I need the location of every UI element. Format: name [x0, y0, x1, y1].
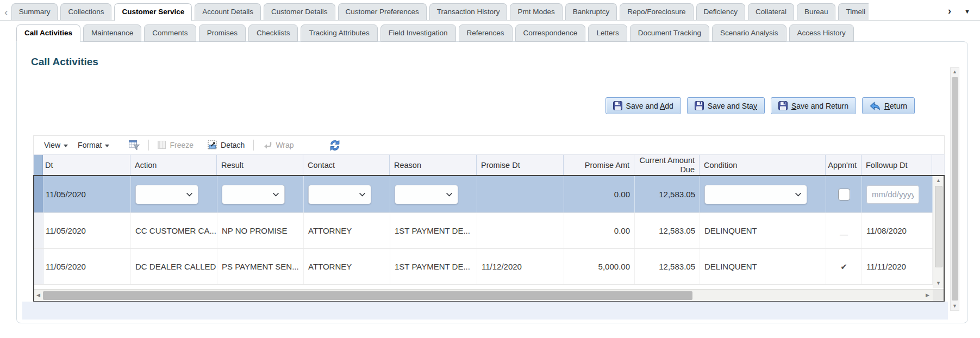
scrollbar-thumb[interactable] — [43, 291, 692, 300]
freeze-label: Freeze — [170, 141, 193, 149]
scrollbar-thumb[interactable] — [952, 77, 958, 301]
tab-customer-details[interactable]: Customer Details — [264, 3, 335, 20]
tabs-menu-icon[interactable]: ▼ — [964, 8, 970, 15]
column-header-appnmt[interactable]: Appn'mt — [826, 155, 862, 175]
freeze-button[interactable]: Freeze — [153, 141, 198, 149]
return-button[interactable]: Return — [862, 97, 915, 114]
tab-account-details[interactable]: Account Details — [195, 3, 261, 20]
cell-contact: ATTORNEY — [304, 249, 390, 284]
column-header-promise-dt[interactable]: Promise Dt — [477, 155, 564, 175]
cell-reason: 1ST PAYMENT DE... — [390, 249, 477, 284]
tab-deficiency[interactable]: Deficiency — [696, 3, 745, 20]
cell-promise-dt — [477, 213, 564, 248]
subtab-comments[interactable]: Comments — [144, 24, 196, 42]
contact-select[interactable] — [308, 185, 371, 204]
subtab-scenario-analysis[interactable]: Scenario Analysis — [712, 24, 787, 42]
column-header-reason[interactable]: Reason — [390, 155, 477, 175]
chevron-down-icon — [105, 145, 109, 147]
column-header-result[interactable]: Result — [217, 155, 303, 175]
scroll-left-icon[interactable]: ◀ — [36, 293, 40, 298]
appnmt-checkbox[interactable] — [838, 189, 850, 201]
tab-customer-service[interactable]: Customer Service — [114, 3, 192, 21]
return-arrow-icon — [870, 102, 881, 110]
format-menu[interactable]: Format — [73, 141, 114, 149]
subtab-access-history[interactable]: Access History — [789, 24, 854, 42]
top-tab-bar: ‹ Summary Collections Customer Service A… — [0, 0, 980, 21]
detach-button[interactable]: Detach — [203, 140, 249, 150]
tab-bankruptcy[interactable]: Bankruptcy — [565, 3, 617, 20]
scrollbar-corner — [933, 289, 944, 301]
tab-collections[interactable]: Collections — [60, 3, 111, 20]
save-icon — [778, 101, 788, 110]
cell-appnmt: ✔ — [826, 249, 862, 284]
condition-select[interactable] — [704, 185, 807, 204]
subtab-checklists[interactable]: Checklists — [248, 24, 298, 42]
table-horizontal-scrollbar[interactable]: ◀ ▶ — [34, 289, 933, 301]
followup-date-input[interactable] — [866, 185, 919, 204]
save-icon — [613, 101, 622, 110]
column-header-current-amount-due[interactable]: Current Amount Due — [634, 155, 700, 175]
cell-condition: DELINQUENT — [700, 213, 826, 248]
column-header-promise-amt[interactable]: Promise Amt — [564, 155, 634, 175]
save-and-stay-button[interactable]: Save and Stay — [687, 97, 765, 114]
table-row-edit[interactable]: 11/05/2020 0.00 12,583.05 — [34, 176, 944, 213]
grid-body: 11/05/2020 0.00 12,583.05 — [33, 175, 945, 302]
subtab-promises[interactable]: Promises — [199, 24, 246, 42]
chevron-down-icon — [359, 192, 366, 197]
tab-timeline-truncated[interactable]: Timeli — [838, 3, 869, 20]
scroll-up-icon[interactable]: ▲ — [951, 70, 959, 74]
query-by-example-button[interactable] — [124, 140, 145, 151]
column-header-followup-dt[interactable]: Followup Dt — [862, 155, 932, 175]
sub-tab-bar: Call Activities Maintenance Comments Pro… — [16, 24, 980, 42]
column-header-action[interactable]: Action — [130, 155, 217, 175]
cell-contact: ATTORNEY — [304, 213, 390, 248]
subtab-call-activities[interactable]: Call Activities — [16, 24, 80, 42]
reason-select[interactable] — [395, 185, 458, 204]
subtab-references[interactable]: References — [459, 24, 513, 42]
wrap-button[interactable]: Wrap — [258, 141, 298, 149]
grid-header-row: Dt Action Result Contact Reason Promise … — [33, 154, 945, 175]
subtab-maintenance[interactable]: Maintenance — [83, 24, 141, 42]
save-and-return-button[interactable]: Save and Return — [771, 97, 856, 114]
tab-customer-preferences[interactable]: Customer Preferences — [338, 3, 427, 20]
refresh-button[interactable] — [324, 140, 346, 151]
table-row[interactable]: 11/05/2020 DC DEALER CALLED PS PAYMENT S… — [34, 249, 944, 285]
column-header-condition[interactable]: Condition — [700, 155, 826, 175]
cell-dt: 11/05/2020 — [41, 249, 131, 284]
scroll-right-icon[interactable]: ▶ — [926, 293, 929, 298]
tabs-scroll-left-icon[interactable]: ‹ — [3, 5, 11, 20]
cell-result — [217, 176, 304, 212]
scroll-up-icon[interactable]: ▲ — [933, 178, 944, 183]
tab-transaction-history[interactable]: Transaction History — [429, 3, 508, 20]
subtab-tracking-attributes[interactable]: Tracking Attributes — [301, 24, 377, 42]
cell-appnmt: — — [826, 213, 862, 248]
column-header-contact[interactable]: Contact — [303, 155, 390, 175]
table-vertical-scrollbar[interactable]: ▲ ▼ — [933, 176, 944, 288]
subtab-field-investigation[interactable]: Field Investigation — [380, 24, 456, 42]
save-and-stay-label: Save and Stay — [708, 102, 757, 110]
column-header-dt[interactable]: Dt — [41, 155, 130, 175]
tabs-scroll-right-icon[interactable]: › — [948, 5, 951, 17]
cell-action — [131, 176, 217, 212]
page-vertical-scrollbar[interactable]: ▲ ▼ — [950, 67, 959, 311]
chevron-down-icon — [446, 192, 453, 197]
tab-repo-foreclosure[interactable]: Repo/Foreclosure — [620, 3, 693, 20]
save-and-add-button[interactable]: Save and Add — [606, 97, 681, 114]
freeze-icon — [158, 141, 166, 149]
scroll-down-icon[interactable]: ▼ — [933, 281, 944, 286]
view-menu[interactable]: View — [39, 141, 73, 149]
tab-collateral[interactable]: Collateral — [748, 3, 794, 20]
scrollbar-thumb[interactable] — [935, 186, 942, 267]
subtab-correspondence[interactable]: Correspondence — [515, 24, 586, 42]
tab-summary[interactable]: Summary — [11, 3, 58, 20]
subtab-document-tracking[interactable]: Document Tracking — [630, 24, 709, 42]
tab-pmt-modes[interactable]: Pmt Modes — [510, 3, 562, 20]
tab-bureau[interactable]: Bureau — [797, 3, 836, 20]
toolbar-separator — [253, 140, 254, 151]
cell-promise-dt: 11/12/2020 — [477, 249, 564, 284]
scroll-down-icon[interactable]: ▼ — [951, 304, 959, 309]
result-select[interactable] — [222, 185, 285, 204]
subtab-letters[interactable]: Letters — [588, 24, 627, 42]
action-select[interactable] — [135, 185, 198, 204]
table-row[interactable]: 11/05/2020 CC CUSTOMER CA... NP NO PROMI… — [34, 213, 944, 249]
